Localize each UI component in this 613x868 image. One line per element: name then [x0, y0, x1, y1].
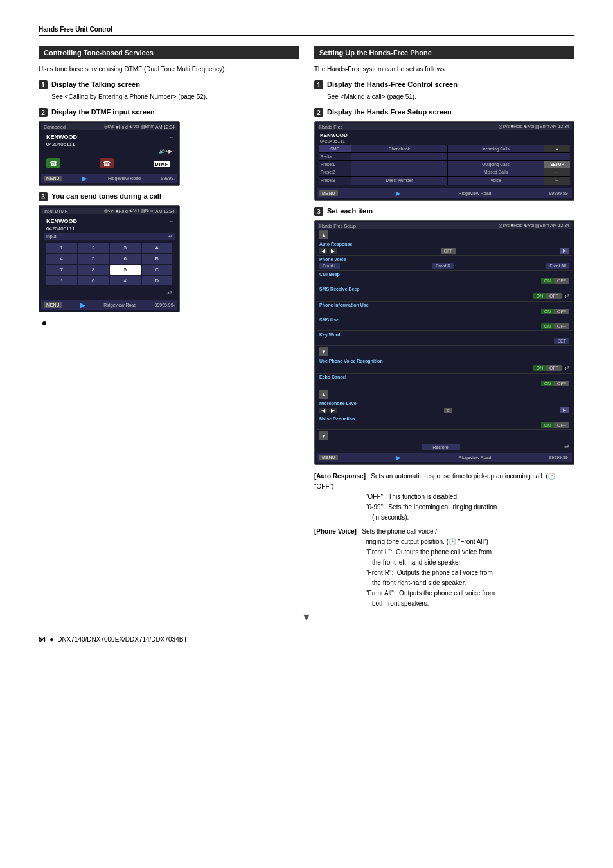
- right-step3-num: 3: [314, 207, 323, 216]
- scroll-up-button[interactable]: ▲: [319, 230, 328, 239]
- call-beep-on[interactable]: ON: [541, 278, 555, 284]
- dtmf-key-star[interactable]: *: [46, 276, 77, 285]
- screen2-caller: KENWOOD: [44, 217, 80, 226]
- phone-voice-front-all[interactable]: Front All: [546, 263, 569, 269]
- dtmf-key-4[interactable]: 4: [46, 254, 77, 264]
- setup-nav-arrow[interactable]: ▶: [396, 454, 401, 461]
- answer-button[interactable]: ☎: [46, 158, 60, 168]
- step3-label: 3 You can send tones during a call: [39, 192, 299, 201]
- hf-missed-btn[interactable]: Missed Calls: [448, 168, 544, 176]
- menu-button[interactable]: MENU: [44, 176, 62, 181]
- dtmf-key-7[interactable]: 7: [46, 265, 77, 275]
- right-step2-num: 2: [314, 108, 323, 117]
- dtmf-key-3[interactable]: 3: [110, 243, 141, 253]
- hf-nav-arrow[interactable]: ▶: [396, 190, 401, 197]
- screen2-number: 0420405111: [44, 226, 80, 233]
- hf-menu-btn[interactable]: MENU: [319, 190, 338, 196]
- noise-on[interactable]: ON: [541, 422, 555, 428]
- sms-use-on[interactable]: ON: [541, 323, 555, 329]
- restore-button[interactable]: Restore: [422, 444, 460, 450]
- mic-arr-left[interactable]: ◀: [319, 408, 327, 413]
- dtmf-key-hash[interactable]: #: [110, 276, 141, 285]
- dtmf-key-2[interactable]: 2: [78, 243, 109, 253]
- left-column: Controlling Tone-based Services Uses ton…: [39, 46, 299, 609]
- setup-down-btn-row: ▼: [317, 346, 572, 357]
- dtmf-key-9[interactable]: 9: [110, 265, 141, 275]
- phone-voice-front-l[interactable]: Front L: [319, 263, 340, 269]
- mic-level-next[interactable]: ▶: [560, 407, 569, 413]
- hf-direct-btn[interactable]: Direct Number: [351, 177, 447, 185]
- voice-recog-on[interactable]: ON: [533, 365, 547, 371]
- hf-empty4: [351, 161, 447, 168]
- auto-response-next[interactable]: ▶: [560, 248, 569, 254]
- ridgeview-label-2: Ridgeview Road: [103, 303, 136, 307]
- page-arrow-down: ▼: [39, 611, 574, 623]
- hf-phonebook-btn[interactable]: Phonebook: [351, 145, 447, 152]
- hf-screen-time: ◎sys ■Hold ☯Vol ▤Bnm AM 12:34: [499, 124, 569, 129]
- hf-nav-top[interactable]: ▲: [544, 145, 570, 152]
- volume-icon: 🔊+▶: [159, 149, 172, 154]
- screen2-return-row: ↵: [44, 288, 175, 298]
- key-word-set[interactable]: SET: [554, 338, 569, 344]
- scroll-down-button[interactable]: ▼: [319, 347, 328, 356]
- hf-sms-btn[interactable]: SMS: [319, 145, 351, 152]
- arr-right-1[interactable]: ▶: [329, 248, 337, 254]
- auto-seconds-detail: "0-99": Sets the incoming call ringing d…: [366, 502, 574, 512]
- dtmf-key-0[interactable]: 0: [78, 276, 109, 285]
- voice-recog-off[interactable]: OFF: [546, 365, 562, 371]
- step1-desc: See <Calling by Entering a Phone Number>…: [51, 92, 299, 102]
- call-beep-off[interactable]: OFF: [554, 278, 569, 284]
- setup-up-btn-row-2: ▲: [317, 388, 572, 400]
- hf-outgoing-btn[interactable]: Outgoing Calls: [448, 161, 544, 168]
- sms-beep-on[interactable]: ON: [533, 293, 547, 299]
- arr-left-1[interactable]: ◀: [319, 248, 327, 254]
- front-r-detail2: the front right-hand side speaker.: [372, 578, 574, 588]
- setup-menu-btn[interactable]: MENU: [319, 455, 338, 460]
- page-header: Hands Free Unit Control: [39, 26, 574, 36]
- explain-auto-response: [Auto Response] Sets an automatic respon…: [314, 471, 574, 523]
- hf-caller: KENWOOD: [319, 132, 349, 139]
- mic-arr-right[interactable]: ▶: [329, 408, 337, 413]
- dtmf-key-B[interactable]: B: [142, 254, 173, 264]
- setup-bottom-bar: MENU ▶ Ridgeview Road 99999.99‑: [317, 453, 572, 462]
- step1-text: Display the Talking screen: [51, 80, 140, 88]
- phone-info-row: ON OFF: [317, 307, 572, 316]
- echo-cancel-row: ON OFF: [317, 379, 572, 388]
- scroll-down-button-2[interactable]: ▼: [319, 431, 328, 440]
- sms-use-off[interactable]: OFF: [554, 323, 569, 329]
- hf-voice-btn[interactable]: Voice: [448, 177, 544, 185]
- dtmf-key-D[interactable]: D: [142, 276, 173, 285]
- bullet-dot: [42, 321, 46, 325]
- dtmf-key-A[interactable]: A: [142, 243, 173, 253]
- hangup-button[interactable]: ☎: [100, 158, 114, 168]
- noise-reduction-row: ON OFF: [317, 421, 572, 430]
- phone-info-off[interactable]: OFF: [554, 309, 569, 314]
- menu-button-2[interactable]: MENU: [44, 302, 62, 308]
- dtmf-key-C[interactable]: C: [142, 265, 173, 275]
- dtmf-key-8[interactable]: 8: [78, 265, 109, 275]
- sms-beep-off[interactable]: OFF: [546, 293, 562, 299]
- noise-off[interactable]: OFF: [554, 422, 569, 428]
- hf-setup-btn[interactable]: SETUP: [544, 161, 570, 168]
- hf-incoming-btn[interactable]: Incoming Calls: [448, 145, 544, 152]
- dtmf-screen-connected: Connected ◎sys ■Hold ☯Vol ▤Bnm AM 12:34 …: [39, 121, 180, 186]
- hf-empty2: [448, 153, 544, 160]
- front-r-detail: "Front R": Outputs the phone call voice …: [366, 568, 574, 578]
- echo-on[interactable]: ON: [541, 381, 555, 386]
- right-step2-label: 2 Display the Hands Free Setup screen: [314, 108, 574, 117]
- nav-arrow-2[interactable]: ▶: [80, 302, 85, 309]
- nav-arrow[interactable]: ▶: [82, 175, 87, 182]
- screen1-caller: KENWOOD: [44, 132, 80, 141]
- phone-voice-key: [Phone Voice]: [314, 528, 357, 535]
- setup-down-btn-row-2: ▼: [317, 430, 572, 442]
- dtmf-key-6[interactable]: 6: [110, 254, 141, 264]
- phone-voice-front-r[interactable]: Front R: [432, 263, 454, 269]
- call-beep-row: ON OFF: [317, 276, 572, 285]
- hf-empty3: [544, 153, 570, 160]
- dtmf-key-1[interactable]: 1: [46, 243, 77, 253]
- dtmf-key-5[interactable]: 5: [78, 254, 109, 264]
- echo-off[interactable]: OFF: [554, 381, 569, 386]
- phone-info-on[interactable]: ON: [541, 309, 555, 314]
- scroll-up-button-2[interactable]: ▲: [319, 390, 328, 399]
- screen2-main: KENWOOD 0420405111 ··· Input ↵ 1 2 3 A 4…: [41, 214, 177, 300]
